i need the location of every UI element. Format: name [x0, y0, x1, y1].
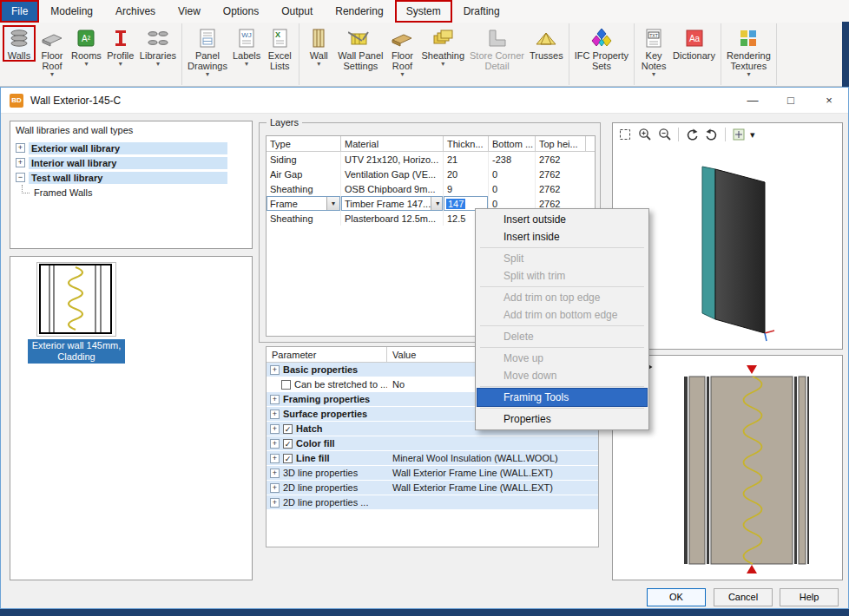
layer-type-cell[interactable]: Sheathing: [267, 211, 341, 226]
menu-modeling[interactable]: Modeling: [39, 0, 104, 23]
wall-type-thumbnail[interactable]: [36, 262, 116, 337]
layer-type-cell[interactable]: Siding: [267, 152, 341, 167]
ctx-framing-tools[interactable]: Framing Tools: [477, 389, 647, 406]
menu-archives[interactable]: Archives: [104, 0, 167, 23]
menu-output[interactable]: Output: [270, 0, 324, 23]
parameter-row[interactable]: +3D line properties Wall Exterior Frame …: [267, 466, 598, 481]
help-button[interactable]: Help: [780, 588, 839, 606]
layer-type-cell[interactable]: Air Gap: [267, 167, 341, 181]
parameter-row[interactable]: +✓Line fill Mineral Wool Insulation (WAL…: [267, 451, 598, 466]
ctx-properties[interactable]: Properties: [477, 410, 647, 428]
trusses-button[interactable]: Trusses: [527, 25, 566, 62]
layer-top-cell[interactable]: 2762: [536, 152, 586, 167]
expand-icon[interactable]: +: [16, 158, 25, 167]
layer-thickness-cell[interactable]: 9: [444, 181, 489, 196]
chevron-down-icon[interactable]: ▾: [326, 197, 339, 210]
rotate-right-icon[interactable]: [703, 126, 721, 143]
table-row[interactable]: Sheathing OSB Chipboard 9m... 9 0 2762: [267, 181, 595, 196]
libraries-button[interactable]: Libraries ▾: [137, 25, 179, 69]
dialog-title-bar[interactable]: BD Wall Exterior-145-C — □ ×: [1, 88, 848, 114]
ctx-insert-outside[interactable]: Insert outside: [477, 211, 647, 228]
expand-icon[interactable]: +: [270, 365, 280, 375]
dictionary-button[interactable]: Aa Dictionary: [670, 25, 718, 62]
table-row[interactable]: Siding UTV 21x120, Horizo... 21 -238 276…: [267, 152, 595, 167]
walls-button[interactable]: Walls: [3, 25, 36, 62]
floor-roof-settings-button[interactable]: Floor Roof ▾: [385, 25, 418, 79]
key-notes-button[interactable]: TXT Key Notes ▾: [637, 25, 670, 79]
cancel-button[interactable]: Cancel: [714, 588, 773, 606]
layer-type-cell[interactable]: Sheathing: [267, 181, 341, 196]
column-header[interactable]: Type: [267, 136, 341, 151]
collapse-icon[interactable]: −: [16, 173, 25, 182]
expand-icon[interactable]: +: [270, 454, 280, 463]
expand-icon[interactable]: +: [270, 469, 280, 478]
expand-icon[interactable]: +: [270, 410, 280, 419]
pan-mode-icon[interactable]: [730, 126, 747, 143]
layer-top-cell[interactable]: 2762: [536, 181, 586, 196]
layer-bottom-cell[interactable]: 0: [489, 167, 536, 181]
ctx-add-trim-on-bottom-edge[interactable]: Add trim on bottom edge: [477, 306, 647, 324]
expand-icon[interactable]: +: [270, 498, 280, 508]
expand-icon[interactable]: +: [16, 143, 25, 153]
minimize-icon[interactable]: —: [734, 88, 772, 114]
floor-roof-button[interactable]: Floor Roof ▾: [36, 25, 69, 79]
zoom-out-icon[interactable]: [656, 126, 674, 143]
checkbox-unchecked[interactable]: [281, 380, 291, 390]
labels-button[interactable]: WJ Labels ▾: [230, 25, 263, 69]
close-icon[interactable]: ×: [810, 88, 848, 114]
maximize-icon[interactable]: □: [772, 88, 810, 114]
layer-material-cell[interactable]: Plasterboard 12.5m...: [341, 211, 444, 226]
parameter-row[interactable]: +2D line properties Wall Exterior Frame …: [267, 481, 598, 495]
column-header[interactable]: Material: [341, 136, 444, 151]
layer-material-combobox[interactable]: Timber Frame 147... ▾: [341, 196, 443, 211]
ok-button[interactable]: OK: [647, 588, 706, 606]
expand-icon[interactable]: +: [270, 395, 280, 404]
profile-button[interactable]: Profile ▾: [104, 25, 137, 69]
column-header[interactable]: Thickn...: [444, 136, 489, 151]
column-header[interactable]: Value: [387, 350, 421, 360]
layer-type-combobox[interactable]: Frame ▾: [267, 196, 340, 211]
parameter-row[interactable]: +2D line properties ...: [267, 495, 598, 510]
rotate-left-icon[interactable]: [683, 126, 701, 143]
ctx-delete[interactable]: Delete: [477, 328, 647, 345]
layer-bottom-cell[interactable]: 0: [489, 181, 536, 196]
layer-top-cell[interactable]: 2762: [536, 167, 586, 181]
table-row[interactable]: Air Gap Ventilation Gap (VE... 20 0 2762: [267, 167, 595, 181]
ctx-split-with-trim[interactable]: Split with trim: [477, 267, 647, 285]
panel-drawings-button[interactable]: Panel Drawings ▾: [185, 25, 230, 79]
ifc-property-sets-button[interactable]: IFC Property Sets: [572, 25, 631, 72]
tree-item-interior-wall-library[interactable]: + Interior wall library: [10, 155, 252, 170]
menu-drafting[interactable]: Drafting: [452, 0, 511, 23]
layer-thickness-cell[interactable]: 21: [444, 152, 489, 167]
rendering-textures-button[interactable]: Rendering Textures ▾: [724, 25, 773, 79]
wall-panel-settings-button[interactable]: Wall Panel Settings: [335, 25, 385, 72]
zoom-in-icon[interactable]: [636, 126, 654, 143]
rooms-button[interactable]: A² Rooms ▾: [69, 25, 104, 69]
tree-item-exterior-wall-library[interactable]: + Exterior wall library: [10, 141, 252, 155]
menu-options[interactable]: Options: [212, 0, 270, 23]
checkbox-checked[interactable]: ✓: [283, 454, 293, 463]
excel-lists-button[interactable]: X Excel Lists: [263, 25, 296, 72]
parameter-row[interactable]: +✓Color fill: [267, 436, 598, 451]
chevron-down-icon[interactable]: ▾: [750, 129, 755, 141]
menu-system[interactable]: System: [395, 0, 452, 23]
layer-thickness-cell[interactable]: 20: [444, 167, 489, 181]
store-corner-detail-button[interactable]: Store Corner Detail: [467, 25, 527, 72]
expand-icon[interactable]: +: [270, 483, 280, 493]
wall-button[interactable]: Wall ▾: [302, 25, 335, 69]
ctx-move-up[interactable]: Move up: [477, 350, 647, 367]
menu-view[interactable]: View: [167, 0, 212, 23]
layer-material-cell[interactable]: UTV 21x120, Horizo...: [341, 152, 444, 167]
tree-item-test-wall-library[interactable]: − Test wall library: [10, 170, 252, 185]
expand-icon[interactable]: +: [270, 439, 280, 449]
column-header[interactable]: Top hei...: [536, 136, 586, 151]
layer-material-cell[interactable]: Ventilation Gap (VE...: [341, 167, 444, 181]
checkbox-checked[interactable]: ✓: [283, 424, 293, 434]
layer-bottom-cell[interactable]: -238: [489, 152, 536, 167]
ctx-move-down[interactable]: Move down: [477, 367, 647, 384]
ctx-split[interactable]: Split: [477, 250, 647, 267]
layer-material-cell[interactable]: OSB Chipboard 9m...: [341, 181, 444, 196]
tree-item-framed-walls[interactable]: Framed Walls: [10, 185, 252, 200]
expand-icon[interactable]: +: [270, 424, 280, 434]
column-header[interactable]: Parameter: [267, 347, 387, 362]
